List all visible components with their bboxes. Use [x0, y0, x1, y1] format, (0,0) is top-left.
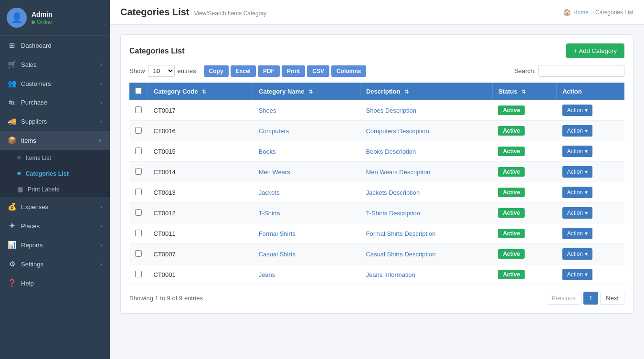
- sidebar-item-items-list[interactable]: ≡ Items List: [0, 150, 110, 166]
- breadcrumb-home[interactable]: Home: [573, 9, 589, 16]
- sidebar-item-label: Dashboard: [21, 42, 52, 49]
- row-name[interactable]: Books: [253, 141, 360, 162]
- previous-button[interactable]: Previous: [546, 292, 581, 305]
- sidebar-item-label: Items: [21, 137, 36, 144]
- sidebar-item-places[interactable]: ✈ Places ›: [0, 216, 110, 235]
- sidebar-item-label: Places: [21, 222, 40, 230]
- search-label: Search:: [514, 67, 536, 74]
- th-action: Action: [557, 83, 624, 100]
- row-checkbox[interactable]: [135, 106, 142, 113]
- row-name[interactable]: Computers: [253, 121, 360, 141]
- row-name[interactable]: Jackets: [253, 182, 360, 203]
- page-subtitle: View/Search Items Category: [194, 10, 266, 17]
- page-title: Categories List: [120, 7, 189, 18]
- action-button[interactable]: Action ▾: [562, 105, 592, 116]
- action-button[interactable]: Action ▾: [562, 187, 592, 198]
- table-row: CT0016 Computers Computers Description A…: [129, 121, 624, 141]
- chevron-down-icon: ∨: [98, 137, 102, 144]
- page-1-button[interactable]: 1: [583, 292, 598, 305]
- print-button[interactable]: Print: [282, 65, 305, 77]
- copy-button[interactable]: Copy: [204, 65, 229, 77]
- action-button[interactable]: Action ▾: [562, 248, 592, 260]
- th-status: Status ⇅: [492, 83, 556, 100]
- row-description: T-Shirts Description: [360, 203, 492, 223]
- row-action-cell: Action ▾: [557, 121, 624, 141]
- select-all-checkbox[interactable]: [135, 87, 142, 94]
- table-row: CT0015 Books Books Description Active Ac…: [129, 141, 624, 162]
- entries-select[interactable]: 10 25 50 100: [148, 65, 175, 77]
- row-checkbox[interactable]: [135, 230, 142, 236]
- row-action-cell: Action ▾: [557, 203, 624, 223]
- row-checkbox[interactable]: [135, 271, 142, 277]
- status-badge: Active: [498, 229, 525, 238]
- action-button[interactable]: Action ▾: [562, 207, 592, 219]
- action-button[interactable]: Action ▾: [562, 166, 592, 178]
- sidebar-item-label: Expenses: [21, 203, 48, 211]
- sidebar-item-customers[interactable]: 👥 Customers ›: [0, 74, 110, 93]
- row-checkbox-cell: [129, 223, 148, 244]
- row-name[interactable]: Shoes: [253, 100, 360, 121]
- row-checkbox[interactable]: [135, 189, 142, 195]
- search-input[interactable]: [538, 65, 624, 77]
- row-checkbox[interactable]: [135, 168, 142, 175]
- chevron-right-icon: ›: [100, 81, 102, 86]
- action-label: Action: [567, 230, 583, 237]
- content-area: Categories List + Add Category Show 10 2…: [110, 25, 644, 359]
- sidebar-item-purchase[interactable]: 🛍 Purchase ›: [0, 93, 110, 112]
- caret-down-icon: ▾: [585, 251, 588, 257]
- action-button[interactable]: Action ▾: [562, 146, 592, 157]
- sidebar-item-suppliers[interactable]: 🚚 Suppliers ›: [0, 112, 110, 131]
- table-row: CT0007 Casual Shirts Casual Shirts Descr…: [129, 244, 624, 264]
- row-name[interactable]: Casual Shirts: [253, 244, 360, 264]
- action-label: Action: [567, 251, 583, 257]
- row-checkbox[interactable]: [135, 127, 142, 134]
- sales-icon: 🛒: [8, 60, 16, 69]
- row-name[interactable]: Jeans: [253, 264, 360, 285]
- columns-button[interactable]: Columns: [331, 65, 366, 77]
- items-icon: 📦: [8, 136, 16, 145]
- row-name[interactable]: Formal Shirts: [253, 223, 360, 244]
- pdf-button[interactable]: PDF: [258, 65, 280, 77]
- row-action-cell: Action ▾: [557, 182, 624, 203]
- sidebar-item-label: Sales: [21, 61, 37, 68]
- row-checkbox[interactable]: [135, 250, 142, 257]
- settings-icon: ⚙: [8, 260, 16, 268]
- row-description: Jeans Information: [360, 264, 492, 285]
- csv-button[interactable]: CSV: [307, 65, 329, 77]
- row-checkbox[interactable]: [135, 148, 142, 154]
- sidebar-item-dashboard[interactable]: ⊞ Dashboard: [0, 36, 110, 55]
- help-icon: ❓: [8, 279, 16, 287]
- print-icon: ▦: [17, 186, 23, 193]
- action-button[interactable]: Action ▾: [562, 125, 592, 137]
- caret-down-icon: ▾: [585, 271, 588, 278]
- sidebar-item-categories-list[interactable]: ≡ Categories List: [0, 166, 110, 181]
- row-checkbox[interactable]: [135, 209, 142, 216]
- excel-button[interactable]: Excel: [231, 65, 256, 77]
- th-checkbox: [129, 83, 148, 100]
- sort-icon: ⇅: [404, 89, 409, 95]
- sidebar-item-sales[interactable]: 🛒 Sales ›: [0, 55, 110, 74]
- add-category-button[interactable]: + Add Category: [566, 43, 624, 58]
- sidebar-item-expenses[interactable]: 💰 Expenses ›: [0, 197, 110, 216]
- next-button[interactable]: Next: [600, 292, 624, 305]
- action-label: Action: [567, 148, 583, 155]
- action-button[interactable]: Action ▾: [562, 228, 592, 239]
- row-description: Casual Shirts Description: [360, 244, 492, 264]
- sidebar-item-help[interactable]: ❓ Help: [0, 274, 110, 293]
- sub-nav-label: Items List: [26, 155, 52, 161]
- action-button[interactable]: Action ▾: [562, 269, 592, 280]
- row-checkbox-cell: [129, 264, 148, 285]
- row-description: Formal Shirts Description: [360, 223, 492, 244]
- row-name[interactable]: Men Wears: [253, 162, 360, 182]
- sidebar-item-print-labels[interactable]: ▦ Print Labels: [0, 181, 110, 197]
- row-checkbox-cell: [129, 182, 148, 203]
- row-name[interactable]: T-Shirts: [253, 203, 360, 223]
- sidebar-item-items[interactable]: 📦 Items ∨: [0, 131, 110, 150]
- sidebar-item-label: Reports: [21, 242, 43, 249]
- sidebar-item-reports[interactable]: 📊 Reports ›: [0, 235, 110, 254]
- action-label: Action: [567, 271, 583, 278]
- sidebar-item-settings[interactable]: ⚙ Settings ›: [0, 254, 110, 274]
- table-row: CT0001 Jeans Jeans Information Active Ac…: [129, 264, 624, 285]
- row-action-cell: Action ▾: [557, 162, 624, 182]
- row-description: Men Wears Description: [360, 162, 492, 182]
